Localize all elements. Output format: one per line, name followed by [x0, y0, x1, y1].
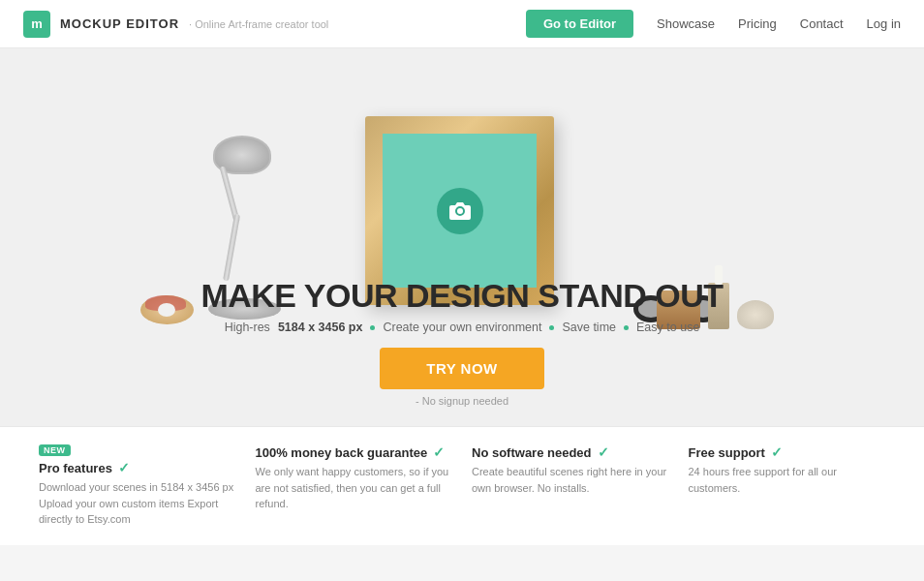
feature-title-row-pro: NEW: [39, 444, 236, 456]
hero-subtitle: High-res 5184 x 3456 px Create your own …: [200, 321, 723, 334]
feature-title-row-support: Free support ✓: [689, 444, 886, 460]
logo-text: MOCKUP EDITOR: [60, 16, 179, 31]
feature-title-row-pro-title: Pro features ✓: [39, 460, 236, 475]
showcase-link[interactable]: Showcase: [657, 16, 715, 31]
svg-point-0: [457, 208, 463, 214]
feature-no-software-title: No software needed: [472, 445, 592, 460]
pricing-link[interactable]: Pricing: [738, 16, 777, 31]
header: m MOCKUP EDITOR · Online Art-frame creat…: [0, 0, 924, 48]
hero-section: MAKE YOUR DESIGN STAND OUT High-res 5184…: [0, 48, 924, 426]
feature-support-check-icon: ✓: [771, 444, 783, 460]
feature-pro-check-icon: ✓: [118, 460, 130, 475]
feature-guarantee-check-icon: ✓: [433, 444, 445, 460]
contact-link[interactable]: Contact: [800, 16, 844, 31]
bowl-decoration: [737, 300, 774, 329]
feature-pro-desc: Download your scenes in 5184 x 3456 px U…: [39, 479, 236, 528]
cta-section: TRY NOW - No signup needed: [380, 348, 544, 407]
subtitle-feature-1: Create your own environment: [383, 321, 541, 334]
go-to-editor-button[interactable]: Go to Editor: [526, 10, 633, 38]
logo-tagline: · Online Art-frame creator tool: [189, 18, 328, 30]
feature-no-software-desc: Create beautiful scenes right here in yo…: [472, 464, 669, 496]
subtitle-feature-3: Easy to use: [636, 321, 699, 334]
feature-support-title: Free support: [689, 445, 765, 460]
login-link[interactable]: Log in: [867, 16, 901, 31]
hero-text-block: MAKE YOUR DESIGN STAND OUT High-res 5184…: [200, 277, 723, 334]
header-nav: Go to Editor Showcase Pricing Contact Lo…: [526, 10, 901, 38]
feature-guarantee-title: 100% money back guarantee: [256, 445, 428, 460]
feature-no-software-check-icon: ✓: [598, 444, 609, 460]
try-now-button[interactable]: TRY NOW: [380, 348, 544, 389]
feature-item-pro: NEW Pro features ✓ Download your scenes …: [29, 444, 246, 528]
feature-support-desc: 24 hours free support for all our custom…: [689, 464, 886, 496]
feature-pro-title: Pro features: [39, 461, 112, 475]
upload-camera-button[interactable]: [437, 188, 483, 234]
feature-item-no-software: No software needed ✓ Create beautiful sc…: [462, 444, 679, 496]
logo-icon: m: [23, 11, 50, 38]
hero-title: MAKE YOUR DESIGN STAND OUT: [200, 277, 723, 315]
feature-new-badge: NEW: [39, 444, 71, 456]
feature-guarantee-desc: We only want happy customers, so if you …: [256, 464, 453, 512]
dot-1: [370, 325, 375, 330]
frame-canvas: [383, 134, 537, 288]
feature-title-row-no-software: No software needed ✓: [472, 444, 669, 460]
feature-item-guarantee: 100% money back guarantee ✓ We only want…: [246, 444, 463, 512]
donut-hole: [158, 303, 175, 317]
subtitle-size: 5184 x 3456 px: [278, 321, 363, 334]
feature-item-support: Free support ✓ 24 hours free support for…: [679, 444, 896, 496]
donut-decoration: [140, 295, 199, 329]
feature-title-row-guarantee: 100% money back guarantee ✓: [256, 444, 453, 460]
no-signup-label: - No signup needed: [380, 395, 544, 407]
subtitle-feature-2: Save time: [562, 321, 616, 334]
subtitle-res-label: High-res: [225, 321, 270, 334]
camera-icon: [448, 199, 472, 223]
dot-3: [624, 325, 629, 330]
logo-area: m MOCKUP EDITOR · Online Art-frame creat…: [23, 11, 328, 38]
features-bar: NEW Pro features ✓ Download your scenes …: [0, 426, 924, 545]
lamp-arm-lower: [223, 214, 240, 282]
dot-2: [549, 325, 554, 330]
donut-body: [140, 295, 194, 324]
